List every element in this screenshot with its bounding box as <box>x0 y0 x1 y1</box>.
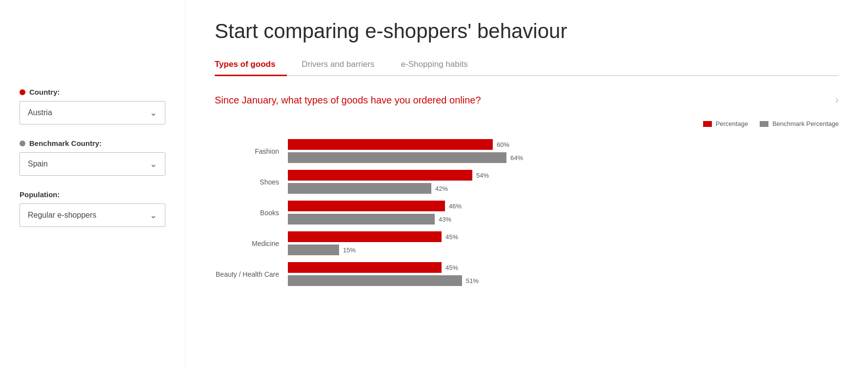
benchmark-chevron-icon: ⌄ <box>150 159 157 169</box>
population-dropdown[interactable]: Regular e-shoppers ⌄ <box>20 204 165 227</box>
population-chevron-icon: ⌄ <box>150 210 157 221</box>
bar-row-percentage: 54% <box>288 170 839 181</box>
bar-row-percentage: 46% <box>288 201 839 211</box>
bar-value-benchmark: 51% <box>466 277 479 285</box>
bar-row-percentage: 60% <box>288 139 839 150</box>
bar-value-benchmark: 42% <box>435 185 448 192</box>
bar-value-benchmark: 64% <box>510 154 523 162</box>
benchmark-value: Spain <box>28 160 48 168</box>
benchmark-dot <box>20 141 25 146</box>
bars-group: 45%51% <box>288 262 839 286</box>
benchmark-label: Benchmark Country: <box>20 139 165 147</box>
benchmark-label-text: Benchmark Country: <box>29 139 101 147</box>
sidebar: Country: Austria ⌄ Benchmark Country: Sp… <box>0 0 185 368</box>
chart-row: Beauty / Health Care45%51% <box>215 262 839 286</box>
country-dot <box>20 89 25 95</box>
bar-gray <box>288 245 339 255</box>
bar-row-percentage: 45% <box>288 262 839 273</box>
legend-benchmark-label: Benchmark Percentage <box>772 120 839 127</box>
population-value: Regular e-shoppers <box>28 211 97 220</box>
benchmark-filter: Benchmark Country: Spain ⌄ <box>20 139 165 176</box>
bars-group: 45%15% <box>288 231 839 255</box>
bar-gray <box>288 152 506 163</box>
country-chevron-icon: ⌄ <box>150 107 157 118</box>
bar-gray <box>288 214 435 225</box>
legend-gray-swatch <box>760 121 768 127</box>
bar-label: Medicine <box>215 240 288 247</box>
chart-row: Books46%43% <box>215 201 839 225</box>
bars-group: 54%42% <box>288 170 839 194</box>
bar-value-percentage: 46% <box>449 203 462 210</box>
question-row: Since January, what types of goods have … <box>215 94 839 106</box>
legend-red-swatch <box>703 121 712 127</box>
bars-group: 46%43% <box>288 201 839 225</box>
bar-value-percentage: 60% <box>497 141 509 148</box>
benchmark-dropdown[interactable]: Spain ⌄ <box>20 152 165 176</box>
bars-group: 60%64% <box>288 139 839 163</box>
bar-label: Beauty / Health Care <box>215 270 288 278</box>
country-label: Country: <box>20 88 165 96</box>
bar-row-benchmark: 64% <box>288 152 839 163</box>
bar-red <box>288 170 472 181</box>
country-value: Austria <box>28 108 52 117</box>
bar-value-benchmark: 15% <box>343 246 356 254</box>
bar-row-benchmark: 51% <box>288 275 839 286</box>
bar-row-benchmark: 42% <box>288 183 839 194</box>
chart-row: Medicine45%15% <box>215 231 839 255</box>
bar-row-percentage: 45% <box>288 231 839 242</box>
legend-benchmark: Benchmark Percentage <box>760 120 839 127</box>
bar-label: Books <box>215 209 288 217</box>
tab-eshopping-habits[interactable]: e-Shopping habits <box>401 55 480 75</box>
bar-value-percentage: 45% <box>445 264 458 271</box>
tab-drivers-and-barriers[interactable]: Drivers and barriers <box>302 55 386 75</box>
chart-row: Shoes54%42% <box>215 170 839 194</box>
bar-value-percentage: 45% <box>445 233 458 241</box>
bar-value-benchmark: 43% <box>439 216 451 223</box>
country-dropdown[interactable]: Austria ⌄ <box>20 101 165 124</box>
page-title: Start comparing e-shoppers' behaviour <box>215 20 839 43</box>
population-filter: Population: Regular e-shoppers ⌄ <box>20 190 165 227</box>
chart-question: Since January, what types of goods have … <box>215 95 481 106</box>
legend-percentage: Percentage <box>703 120 748 127</box>
bar-red <box>288 201 445 211</box>
bar-label: Fashion <box>215 147 288 155</box>
bar-red <box>288 262 442 273</box>
horizontal-bar-chart: Fashion60%64%Shoes54%42%Books46%43%Medic… <box>215 139 839 286</box>
tab-types-of-goods[interactable]: Types of goods <box>215 55 287 75</box>
main-content: Start comparing e-shoppers' behaviour Ty… <box>185 0 868 368</box>
tabs: Types of goods Drivers and barriers e-Sh… <box>215 55 839 76</box>
legend-percentage-label: Percentage <box>716 120 748 127</box>
next-arrow-icon[interactable]: › <box>835 94 839 106</box>
bar-red <box>288 231 442 242</box>
chart-row: Fashion60%64% <box>215 139 839 163</box>
bar-value-percentage: 54% <box>476 172 489 179</box>
country-label-text: Country: <box>29 88 60 96</box>
population-label: Population: <box>20 190 165 199</box>
bar-row-benchmark: 15% <box>288 245 839 255</box>
bar-label: Shoes <box>215 178 288 186</box>
bar-gray <box>288 275 462 286</box>
bar-gray <box>288 183 431 194</box>
chart-legend: Percentage Benchmark Percentage <box>215 120 839 127</box>
bar-row-benchmark: 43% <box>288 214 839 225</box>
bar-red <box>288 139 493 150</box>
country-filter: Country: Austria ⌄ <box>20 88 165 124</box>
population-label-text: Population: <box>20 190 60 199</box>
